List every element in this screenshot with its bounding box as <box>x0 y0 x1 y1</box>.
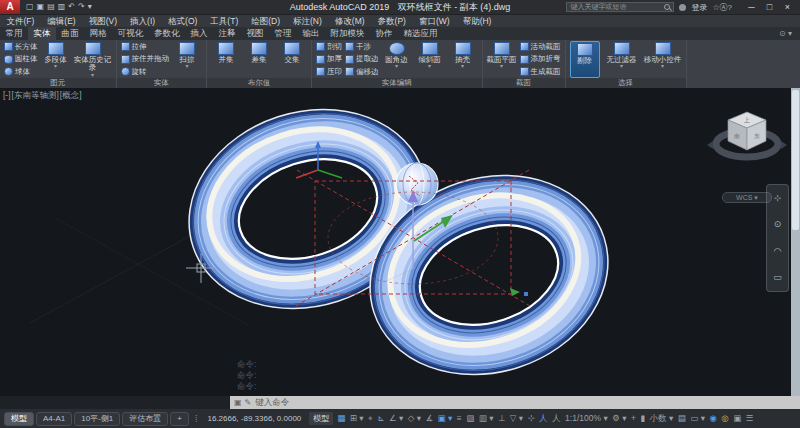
status-toggle-icon[interactable]: ▣ <box>733 414 741 423</box>
command-line-icon[interactable]: ✎ <box>245 396 252 409</box>
menu-item[interactable]: 插入(I) <box>124 15 162 28</box>
fillet-edge-button[interactable]: 圆角边▾ <box>382 41 412 78</box>
section-plane-button[interactable]: 截面平面▾ <box>487 41 517 78</box>
status-toggle-icon[interactable]: ⚙ ▾ <box>612 414 626 423</box>
box-button[interactable]: 长方体 <box>4 41 38 52</box>
subtract-button[interactable]: 差集 <box>244 41 274 78</box>
thicken-button[interactable]: 加厚 <box>316 54 342 65</box>
sign-in-button[interactable]: 登录 <box>691 2 707 13</box>
sweep-button[interactable]: 扫掠▾ <box>172 41 202 78</box>
imprint-button[interactable]: 压印 <box>316 66 342 77</box>
layout-tab[interactable]: 模型 <box>4 412 34 426</box>
status-toggle-icon[interactable]: 人 <box>552 414 561 423</box>
ribbon-tab[interactable]: 参数化 <box>149 27 186 40</box>
revolve-button[interactable]: 旋转 <box>121 66 170 77</box>
live-section-button[interactable]: 活动截面 <box>520 41 561 52</box>
status-toggle-icon[interactable]: ▤ <box>678 414 686 423</box>
shell-button[interactable]: 抽壳▾ <box>448 41 478 78</box>
offset-edge-button[interactable]: 偏移边 <box>345 66 379 77</box>
ribbon-tab[interactable]: 精选应用 <box>398 27 443 40</box>
panel-title[interactable]: 图元 <box>0 78 116 88</box>
layout-tab[interactable]: A4-A1 <box>36 412 72 426</box>
status-toggle-icon[interactable]: ◇ ▾ <box>408 414 421 423</box>
status-toggle-icon[interactable]: 人 <box>539 414 548 423</box>
menu-item[interactable]: 参数(P) <box>371 15 412 28</box>
model-space-button[interactable]: 模型 <box>309 412 333 425</box>
menu-item[interactable]: 修改(M) <box>328 15 371 28</box>
menu-item[interactable]: 工具(T) <box>204 15 245 28</box>
autocad-logo-icon[interactable]: A <box>0 0 20 14</box>
status-toggle-icon[interactable]: ⌖ <box>368 414 373 423</box>
menu-item[interactable]: 绘图(D) <box>245 15 287 28</box>
ribbon-tab[interactable]: 协作 <box>370 27 398 40</box>
help-search-box[interactable]: 键入关键字或短语 <box>566 2 674 12</box>
command-line-icon[interactable]: ▣ <box>234 396 242 409</box>
tab-splitter[interactable]: ⁞ <box>195 414 198 424</box>
panel-title[interactable]: 实体编辑 <box>312 78 482 88</box>
qat-tool-icon[interactable]: ↶ <box>68 0 75 14</box>
ribbon-tab[interactable]: 可视化 <box>112 27 149 40</box>
status-toggle-icon[interactable]: ⊾ <box>377 414 384 423</box>
filter-dropdown-button[interactable]: 无过滤器▾ <box>603 41 641 78</box>
status-toggle-icon[interactable]: ▨ <box>466 414 474 423</box>
generate-section-button[interactable]: 生成截面 <box>520 66 561 77</box>
status-toggle-icon[interactable]: ⊥ <box>498 414 505 423</box>
ribbon-tab[interactable]: 插入 <box>185 27 213 40</box>
cylinder-button[interactable]: 圆柱体 <box>4 54 38 65</box>
union-button[interactable]: 并集 <box>211 41 241 78</box>
menu-item[interactable]: 窗口(W) <box>412 15 456 28</box>
minimize-button[interactable]: ─ <box>743 0 760 14</box>
status-toggle-icon[interactable]: 小数 ▾ <box>650 414 674 423</box>
ribbon-options-icon[interactable]: ⊙ ▾ <box>779 27 800 40</box>
status-toggle-icon[interactable]: ▽ ▾ <box>510 414 523 423</box>
qat-tool-icon[interactable]: ▤ <box>47 0 55 14</box>
panel-title[interactable]: 布尔值 <box>207 78 311 88</box>
status-toggle-icon[interactable]: ▥ ▾ <box>479 414 494 423</box>
ribbon-tab[interactable]: 管理 <box>269 27 297 40</box>
panel-title[interactable]: 截面 <box>483 78 565 88</box>
titlebar-icon[interactable]: Ⓐ <box>720 3 728 12</box>
menu-item[interactable]: 格式(O) <box>162 15 204 28</box>
command-input[interactable]: 键入命令 <box>255 397 289 409</box>
extrude-button[interactable]: 拉伸 <box>121 41 170 52</box>
command-line[interactable]: ▣✎ 键入命令 <box>230 396 800 409</box>
qat-tool-icon[interactable]: ▥ <box>58 0 66 14</box>
search-input[interactable]: 键入关键字或短语 <box>570 2 661 12</box>
menu-item[interactable]: 文件(F) <box>0 15 41 28</box>
status-toggle-icon[interactable]: ≡ <box>457 414 462 423</box>
ribbon-tab[interactable]: 网格 <box>84 27 112 40</box>
viewport-menu-control[interactable]: [-] <box>3 90 11 102</box>
visual-style-control[interactable]: [概念] <box>60 90 82 102</box>
navigation-tool-icon[interactable]: ⊙ <box>774 220 782 229</box>
qat-tool-icon[interactable]: ↷ <box>78 0 85 14</box>
qat-tool-icon[interactable]: ▢ <box>26 0 34 14</box>
titlebar-icon[interactable]: ☆ <box>712 3 719 12</box>
qat-tool-icon[interactable]: ▾ <box>88 0 92 14</box>
navigation-tool-icon[interactable]: ▭ <box>773 273 782 282</box>
ribbon-tab[interactable]: 曲面 <box>56 27 84 40</box>
taper-faces-button[interactable]: 倾斜面▾ <box>415 41 445 78</box>
menu-item[interactable]: 视图(V) <box>82 15 123 28</box>
close-button[interactable]: × <box>779 0 796 14</box>
status-toggle-icon[interactable]: ⊞ ▾ <box>350 414 364 423</box>
layout-tab[interactable]: 评估布置 <box>122 412 168 426</box>
culling-toggle-button[interactable]: 剔除 <box>570 41 600 78</box>
status-toggle-icon[interactable]: ▣ ▾ <box>438 414 453 423</box>
ribbon-tab[interactable]: 视图 <box>241 27 269 40</box>
ribbon-tab[interactable]: 附加模块 <box>325 27 370 40</box>
navigation-tool-icon[interactable]: ⊹ <box>774 194 782 203</box>
status-toggle-icon[interactable]: ⊹ <box>527 414 534 423</box>
menu-item[interactable]: 帮助(H) <box>456 15 498 28</box>
status-toggle-icon[interactable]: ∡ <box>425 414 433 423</box>
status-toggle-icon[interactable]: ▭ ▾ <box>690 414 705 423</box>
panel-title[interactable]: 实体 <box>117 78 207 88</box>
gizmo-dropdown-button[interactable]: 移动小控件▾ <box>644 41 682 78</box>
menu-item[interactable]: 编辑(E) <box>41 15 82 28</box>
menu-item[interactable]: 标注(N) <box>287 15 329 28</box>
ribbon-tab[interactable]: 实体 <box>28 27 56 40</box>
panel-title[interactable]: 选择 <box>566 78 686 88</box>
extract-edges-button[interactable]: 提取边 <box>345 54 379 65</box>
presspull-button[interactable]: 按住并拖动 <box>121 54 170 65</box>
solid-history-button[interactable]: 实体历史记录▾ <box>74 41 112 78</box>
status-toggle-icon[interactable]: ☰ <box>746 414 754 423</box>
